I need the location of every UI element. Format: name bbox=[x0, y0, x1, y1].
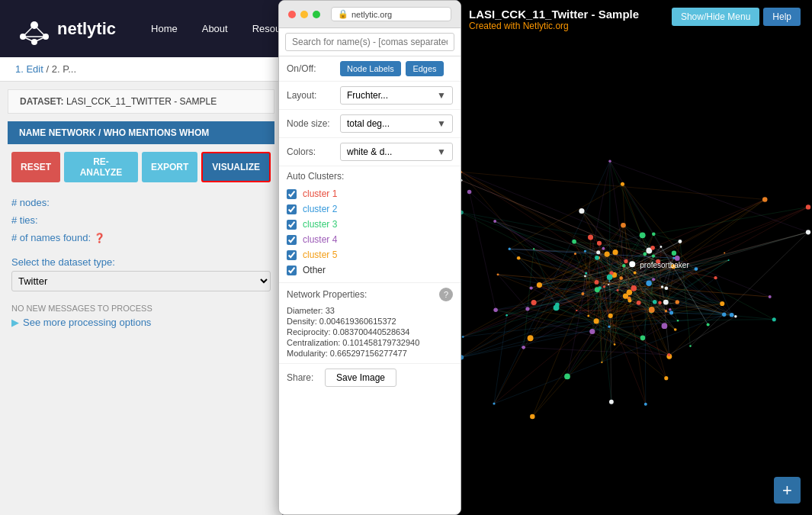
dataset-prefix: DATASET: bbox=[20, 96, 64, 107]
cluster-2-checkbox[interactable] bbox=[287, 204, 297, 214]
stats-area: # nodes: # ties: # of names found: ❓ bbox=[0, 190, 282, 250]
see-more-options[interactable]: ▶ See more processing options bbox=[11, 317, 271, 328]
browser-close-dot[interactable] bbox=[288, 11, 296, 18]
colors-caret-icon: ▼ bbox=[437, 146, 446, 157]
dataset-type-label: Select the dataset type: bbox=[11, 256, 115, 268]
on-off-control: On/Off: Node Labels Edges bbox=[279, 56, 461, 82]
logo-text: netlytic bbox=[57, 19, 116, 39]
density-prop: Density: 0.004619360615372 bbox=[287, 316, 453, 327]
processing-area: NO NEW MESSAGES TO PROCESS ▶ See more pr… bbox=[0, 298, 282, 334]
layout-label: Layout: bbox=[287, 90, 340, 101]
node-size-label: Node size: bbox=[287, 118, 340, 129]
viz-title: LASI_CCK_11_Twitter - Sample bbox=[469, 8, 639, 21]
viz-buttons: Show/Hide Menu Help bbox=[672, 8, 801, 26]
cluster-5-item: cluster 5 bbox=[287, 247, 453, 262]
address-bar: 🔒 netlytic.org bbox=[331, 7, 451, 21]
cluster-4-label: cluster 4 bbox=[303, 234, 337, 245]
node-size-value: total deg... bbox=[347, 118, 390, 129]
node-labels-button[interactable]: Node Labels bbox=[340, 61, 401, 76]
layout-value: Fruchter... bbox=[347, 90, 388, 101]
other-cluster-item: Other bbox=[287, 262, 453, 278]
cluster-3-item: cluster 3 bbox=[287, 217, 453, 232]
cluster-4-item: cluster 4 bbox=[287, 232, 453, 247]
lock-icon: 🔒 bbox=[338, 9, 348, 19]
other-cluster-label: Other bbox=[303, 265, 326, 275]
dataset-name: LASI_CCK_11_TWITTER - SAMPLE bbox=[66, 96, 217, 107]
modularity-prop: Modularity: 0.665297156277477 bbox=[287, 348, 453, 359]
share-section: Share: Save Image bbox=[279, 363, 461, 391]
nav-home[interactable]: Home bbox=[139, 17, 190, 40]
cluster-1-label: cluster 1 bbox=[303, 188, 337, 199]
viz-help-button[interactable]: Help bbox=[763, 8, 801, 26]
search-bar bbox=[279, 28, 461, 56]
browser-maximize-dot[interactable] bbox=[313, 11, 320, 18]
visualize-button[interactable]: VISUALIZE bbox=[201, 152, 271, 182]
on-off-buttons: Node Labels Edges bbox=[340, 61, 453, 76]
names-label[interactable]: # of names found: bbox=[11, 232, 91, 243]
reset-button[interactable]: RESET bbox=[11, 152, 60, 182]
on-off-label: On/Off: bbox=[287, 63, 340, 74]
network-visualization: LASI_CCK_11_Twitter - Sample Created wit… bbox=[457, 0, 812, 515]
reciprocity-prop: Reciprocity: 0.083700440528634 bbox=[287, 327, 453, 337]
layout-control: Layout: Fruchter... ▼ bbox=[279, 82, 461, 110]
save-image-button[interactable]: Save Image bbox=[325, 369, 396, 387]
cluster-3-checkbox[interactable] bbox=[287, 220, 297, 230]
breadcrumb-sep: / bbox=[46, 63, 51, 75]
share-label: Share: bbox=[287, 372, 325, 383]
dataset-type-area: Select the dataset type: Twitter bbox=[0, 250, 282, 298]
viz-subtitle-brand: Netlytic.org bbox=[523, 21, 569, 31]
layout-dropdown-wrap: Fruchter... ▼ bbox=[340, 86, 453, 105]
breadcrumb-edit[interactable]: 1. Edit bbox=[15, 63, 43, 75]
edges-button[interactable]: Edges bbox=[406, 61, 443, 76]
cluster-5-checkbox[interactable] bbox=[287, 250, 297, 260]
colors-dropdown[interactable]: white & d... ▼ bbox=[340, 143, 453, 161]
show-hide-menu-button[interactable]: Show/Hide Menu bbox=[672, 8, 759, 26]
node-size-caret-icon: ▼ bbox=[437, 118, 446, 129]
plus-button[interactable]: + bbox=[774, 477, 801, 504]
network-panel-title: NAME NETWORK / WHO MENTIONS WHOM bbox=[19, 127, 209, 138]
centralization-prop: Centralization: 0.101458179732940 bbox=[287, 337, 453, 348]
help-icon-names: ❓ bbox=[94, 233, 105, 243]
reanalyze-button[interactable]: RE-ANALYZE bbox=[64, 152, 138, 182]
nodes-label[interactable]: # nodes: bbox=[11, 197, 50, 208]
cluster-4-checkbox[interactable] bbox=[287, 235, 297, 245]
colors-value: white & d... bbox=[347, 146, 392, 157]
auto-clusters-label: Auto Clusters: bbox=[287, 171, 453, 182]
breadcrumb: 1. Edit / 2. P... bbox=[0, 57, 282, 82]
export-button[interactable]: EXPORT bbox=[142, 152, 197, 182]
viz-subtitle: Created with Netlytic.org bbox=[469, 21, 639, 31]
colors-control: Colors: white & d... ▼ bbox=[279, 138, 461, 166]
ties-label[interactable]: # ties: bbox=[11, 214, 38, 226]
browser-chrome: 🔒 netlytic.org bbox=[279, 1, 461, 28]
viz-header: LASI_CCK_11_Twitter - Sample Created wit… bbox=[457, 8, 812, 31]
logo-area: netlytic bbox=[15, 10, 116, 48]
see-more-arrow-icon: ▶ bbox=[11, 317, 19, 328]
nav-about[interactable]: About bbox=[190, 17, 240, 40]
dataset-type-select[interactable]: Twitter bbox=[11, 271, 271, 291]
ties-stat: # ties: bbox=[11, 211, 271, 229]
layout-caret-icon: ▼ bbox=[437, 90, 446, 101]
node-size-control: Node size: total deg... ▼ bbox=[279, 110, 461, 138]
dataset-label: DATASET: LASI_CCK_11_TWITTER - SAMPLE bbox=[8, 89, 274, 114]
action-buttons: RESET RE-ANALYZE EXPORT VISUALIZE bbox=[0, 144, 282, 190]
network-panel-header: NAME NETWORK / WHO MENTIONS WHOM bbox=[8, 121, 274, 144]
no-messages-text: NO NEW MESSAGES TO PROCESS bbox=[11, 304, 271, 313]
address-text: netlytic.org bbox=[351, 10, 392, 19]
cluster-1-item: cluster 1 bbox=[287, 186, 453, 201]
auto-clusters-section: Auto Clusters: cluster 1 cluster 2 clust… bbox=[279, 166, 461, 283]
other-cluster-checkbox[interactable] bbox=[287, 266, 297, 275]
search-input[interactable] bbox=[285, 33, 454, 51]
main-content: 1. Edit / 2. P... DATASET: LASI_CCK_11_T… bbox=[0, 57, 282, 515]
colors-label: Colors: bbox=[287, 146, 340, 157]
netlytic-logo-icon bbox=[15, 10, 53, 48]
breadcrumb-step2[interactable]: 2. P... bbox=[52, 63, 76, 75]
cluster-1-checkbox[interactable] bbox=[287, 189, 297, 199]
network-canvas bbox=[457, 0, 812, 515]
browser-minimize-dot[interactable] bbox=[300, 11, 308, 18]
diameter-prop: Diameter: 33 bbox=[287, 305, 453, 316]
network-props-help-button[interactable]: ? bbox=[439, 288, 453, 301]
cluster-3-label: cluster 3 bbox=[303, 219, 337, 230]
see-more-label: See more processing options bbox=[23, 317, 151, 328]
node-size-dropdown[interactable]: total deg... ▼ bbox=[340, 114, 453, 133]
layout-dropdown[interactable]: Fruchter... ▼ bbox=[340, 86, 453, 105]
